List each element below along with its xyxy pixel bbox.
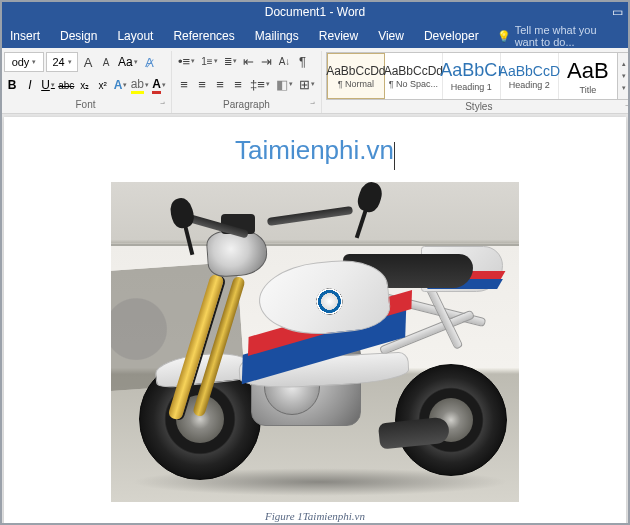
style-heading-1[interactable]: AaBbCı Heading 1 (443, 53, 501, 99)
chevron-down-icon: ▾ (622, 72, 626, 80)
show-marks-button[interactable]: ¶ (295, 52, 311, 70)
text-effects-button[interactable]: A▾ (113, 76, 129, 94)
group-styles: AaBbCcDd ¶ Normal AaBbCcDd ¶ No Spac... … (322, 51, 630, 113)
underline-button[interactable]: U▾ (40, 76, 56, 94)
inserted-image[interactable] (111, 182, 519, 502)
ribbon-tabstrip: Insert Design Layout References Mailings… (0, 24, 630, 48)
text-cursor (394, 142, 395, 170)
superscript-button[interactable]: x² (95, 76, 111, 94)
page[interactable]: Taimienphi.vn (4, 117, 626, 525)
change-case-button[interactable]: Aa▾ (116, 53, 140, 71)
group-paragraph: •≡▾ 1≡▾ ≣▾ ⇤ ⇥ A↓ ¶ ≡ ≡ ≡ ≡ ‡≡▾ ◧▾ ⊞▾ Pa… (172, 51, 322, 113)
grow-font-button[interactable]: A (80, 53, 96, 71)
ribbon: ody▾ 24▾ A A Aa▾ A̷ B I U▾ abc x₂ x² A▾ … (0, 48, 630, 114)
strikethrough-button[interactable]: abc (58, 76, 75, 94)
bold-button[interactable]: B (4, 76, 20, 94)
title-bar: Document1 - Word ▭ (0, 0, 630, 24)
style-heading-2[interactable]: AaBbCcD Heading 2 (501, 53, 559, 99)
style-no-spacing[interactable]: AaBbCcDd ¶ No Spac... (385, 53, 443, 99)
tab-insert[interactable]: Insert (0, 24, 50, 48)
tab-references[interactable]: References (163, 24, 244, 48)
clear-formatting-button[interactable]: A̷ (142, 53, 158, 71)
group-font: ody▾ 24▾ A A Aa▾ A̷ B I U▾ abc x₂ x² A▾ … (0, 51, 172, 113)
bar-down-icon: ▾ (622, 84, 626, 92)
tab-developer[interactable]: Developer (414, 24, 489, 48)
bullets-button[interactable]: •≡▾ (176, 52, 197, 70)
image-caption[interactable]: Figure 1Taimienphi.vn (265, 510, 365, 522)
tell-me-search[interactable]: 💡 Tell me what you want to do... (489, 24, 630, 48)
tell-me-label: Tell me what you want to do... (515, 24, 622, 48)
justify-button[interactable]: ≡ (230, 75, 246, 93)
align-center-button[interactable]: ≡ (194, 75, 210, 93)
sort-button[interactable]: A↓ (277, 52, 293, 70)
heading-text: Taimienphi.vn (235, 135, 394, 165)
decrease-indent-button[interactable]: ⇤ (241, 52, 257, 70)
shading-button[interactable]: ◧▾ (274, 75, 295, 93)
chevron-up-icon: ▴ (622, 60, 626, 68)
style-normal[interactable]: AaBbCcDd ¶ Normal (327, 53, 385, 99)
ribbon-collapse-icon[interactable]: ▭ (604, 0, 630, 24)
line-spacing-button[interactable]: ‡≡▾ (248, 75, 272, 93)
align-left-button[interactable]: ≡ (176, 75, 192, 93)
highlight-button[interactable]: ab▾ (131, 76, 149, 94)
align-right-button[interactable]: ≡ (212, 75, 228, 93)
styles-gallery: AaBbCcDd ¶ Normal AaBbCcDd ¶ No Spac... … (326, 52, 630, 100)
group-label-paragraph: Paragraph (176, 98, 317, 112)
font-size-select[interactable]: 24▾ (46, 52, 78, 72)
group-label-font: Font (4, 98, 167, 112)
group-label-styles: Styles (326, 100, 630, 114)
italic-button[interactable]: I (22, 76, 38, 94)
shrink-font-button[interactable]: A (98, 53, 114, 71)
borders-button[interactable]: ⊞▾ (297, 75, 317, 93)
tab-view[interactable]: View (368, 24, 414, 48)
tab-design[interactable]: Design (50, 24, 107, 48)
font-color-button[interactable]: A▾ (151, 76, 167, 94)
window-title: Document1 - Word (265, 5, 365, 19)
lightbulb-icon: 💡 (497, 30, 511, 43)
document-area[interactable]: Taimienphi.vn (0, 114, 630, 525)
styles-gallery-expand[interactable]: ▴ ▾ ▾ (617, 53, 630, 99)
window-controls: ▭ (604, 0, 630, 24)
numbering-button[interactable]: 1≡▾ (199, 52, 219, 70)
tab-review[interactable]: Review (309, 24, 368, 48)
multilevel-list-button[interactable]: ≣▾ (222, 52, 239, 70)
heading-line[interactable]: Taimienphi.vn (235, 135, 395, 170)
style-title[interactable]: AaB Title (559, 53, 617, 99)
tab-layout[interactable]: Layout (107, 24, 163, 48)
font-family-select[interactable]: ody▾ (4, 52, 44, 72)
subscript-button[interactable]: x₂ (77, 76, 93, 94)
increase-indent-button[interactable]: ⇥ (259, 52, 275, 70)
tab-mailings[interactable]: Mailings (245, 24, 309, 48)
